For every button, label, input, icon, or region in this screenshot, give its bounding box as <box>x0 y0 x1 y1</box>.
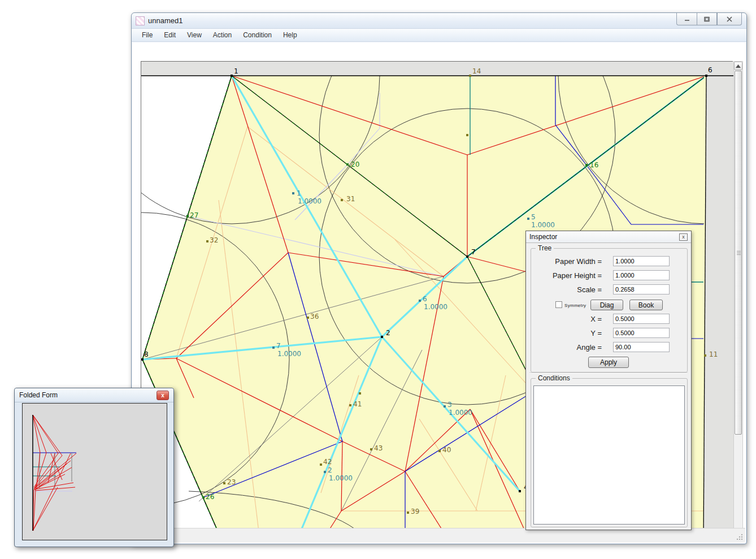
paper-width-label: Paper Width = <box>555 257 602 266</box>
vertex-dot <box>141 358 144 361</box>
x-label: X = <box>590 315 602 323</box>
menu-help[interactable]: Help <box>277 29 303 41</box>
menu-view[interactable]: View <box>181 29 207 41</box>
conditions-listbox[interactable] <box>533 385 685 525</box>
edge-midpoint-dot <box>704 354 706 357</box>
menu-condition[interactable]: Condition <box>237 29 277 41</box>
edge-midpoint-dot <box>206 240 208 242</box>
folded-form-close-button[interactable]: x <box>157 391 169 400</box>
offpaper-right <box>703 76 733 541</box>
scale-row: Scale = <box>531 284 688 294</box>
edge-length-label: 1.0000 <box>424 303 447 311</box>
vertex-label: 1 <box>234 67 238 75</box>
folded-form-titlebar[interactable]: Folded Form x <box>15 388 173 402</box>
close-icon <box>726 16 733 22</box>
paper-width-field[interactable] <box>613 256 670 266</box>
edge-midpoint-dot <box>341 199 343 201</box>
y-field[interactable] <box>613 328 670 338</box>
minimize-button[interactable] <box>676 13 697 25</box>
x-row: X = <box>531 314 688 324</box>
edge-midpoint-dot <box>307 317 309 319</box>
minimize-icon <box>684 16 690 22</box>
edge-midpoint-dot <box>320 463 322 466</box>
edge-midpoint-dot <box>407 512 409 514</box>
conditions-group-label: Conditions <box>536 374 572 382</box>
paper-height-row: Paper Height = <box>531 270 688 280</box>
folded-form-canvas[interactable] <box>22 403 167 540</box>
selected-vertex-dot <box>346 163 349 166</box>
diag-button[interactable]: Diag <box>590 300 623 310</box>
edge-length-label: 1.0000 <box>531 221 555 229</box>
edge-length-label: 1.0000 <box>329 474 353 482</box>
axial-label-dot <box>292 192 294 194</box>
selected-vertex-dot <box>202 496 205 499</box>
edge-midpoint-dot <box>466 134 468 136</box>
inspector-separator <box>529 372 688 373</box>
axial-label-dot <box>527 218 529 220</box>
folded-form-close-icon: x <box>161 392 164 398</box>
resize-grip[interactable] <box>736 533 743 540</box>
edge-length-label: 2 <box>328 466 332 474</box>
paper-height-field[interactable] <box>613 270 670 280</box>
y-label: Y = <box>590 329 602 337</box>
desktop: unnamed1 FileEditViewActionConditionHelp… <box>0 0 756 559</box>
vertex-label-olive: 40 <box>442 446 451 454</box>
edge-length-label: 6 <box>423 295 427 303</box>
inspector-titlebar[interactable]: Inspector x <box>526 231 691 243</box>
edge-midpoint-dot <box>469 75 471 77</box>
main-titlebar[interactable]: unnamed1 <box>132 13 746 29</box>
scale-field[interactable] <box>613 284 670 294</box>
vertex-label: 6 <box>708 66 712 74</box>
vertical-scrollbar[interactable] <box>733 61 743 540</box>
edge-length-label: 1.0000 <box>449 409 472 417</box>
vertex-dot <box>231 75 233 77</box>
edge-midpoint-dot <box>359 392 361 395</box>
edge-length-label: 1.0000 <box>277 350 301 358</box>
scrollbar-grip <box>737 253 741 253</box>
edge-midpoint-dot <box>349 404 351 406</box>
vertex-label-olive: 23 <box>227 478 236 486</box>
maximize-button[interactable] <box>697 13 717 25</box>
edge-length-label: 7 <box>276 342 281 350</box>
edge-length-label: 5 <box>531 213 536 221</box>
axial-label-dot <box>272 346 275 349</box>
angle-field[interactable] <box>613 342 670 352</box>
vertex-dot <box>519 490 521 492</box>
caption-buttons <box>676 13 742 25</box>
vertex-label-olive: 14 <box>472 67 481 75</box>
vertex-label-olive: 42 <box>323 458 332 466</box>
selected-vertex-dot <box>585 164 588 166</box>
scrollbar-thumb[interactable] <box>735 71 742 435</box>
vertex-dot <box>705 75 707 77</box>
symmetry-checkbox[interactable] <box>555 301 562 308</box>
axial-label-dot <box>444 405 446 408</box>
book-button-label: Book <box>638 301 654 309</box>
symmetry-label: Symmetry <box>564 303 586 308</box>
inspector-close-button[interactable]: x <box>679 233 688 241</box>
book-button[interactable]: Book <box>629 300 663 310</box>
vertex-label: 7 <box>471 248 476 256</box>
edge-midpoint-dot <box>370 448 372 450</box>
menu-action[interactable]: Action <box>207 29 237 41</box>
folded-form-title: Folded Form <box>19 391 58 399</box>
menu-edit[interactable]: Edit <box>158 29 181 41</box>
conditions-groupbox: Conditions <box>531 378 688 527</box>
inspector-close-icon: x <box>682 235 685 240</box>
paper-height-label: Paper Height = <box>553 271 602 280</box>
edge-length-label: 1.0000 <box>298 197 321 205</box>
apply-button[interactable]: Apply <box>588 357 629 368</box>
close-button[interactable] <box>717 13 742 25</box>
folded-background <box>23 404 167 540</box>
scroll-up-button[interactable] <box>734 62 742 70</box>
vertex-label: 8 <box>144 350 149 358</box>
apply-button-label: Apply <box>600 358 617 366</box>
menu-file[interactable]: File <box>136 29 158 41</box>
x-field[interactable] <box>613 314 670 324</box>
vertex-label-olive: 31 <box>346 195 355 203</box>
angle-label: Angle = <box>577 343 602 352</box>
edge-length-label: 3 <box>447 401 452 409</box>
edge-midpoint-dot <box>223 482 225 484</box>
tree-group-label: Tree <box>536 244 554 252</box>
edge-midpoint-dot <box>438 450 441 452</box>
axial-label-dot <box>419 300 421 302</box>
